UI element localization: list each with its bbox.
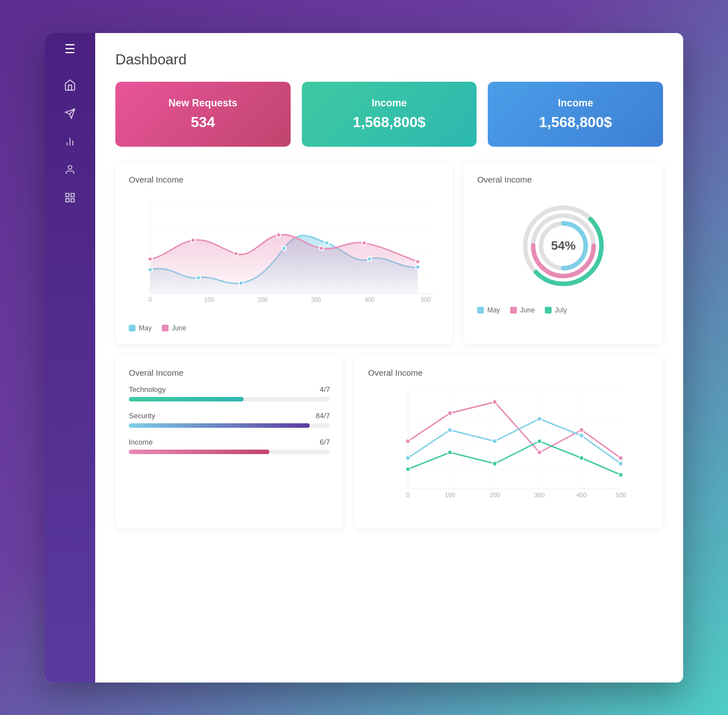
stat-card-new-requests[interactable]: New Requests 534 [115,82,291,147]
svg-point-56 [580,428,584,432]
donut-legend-june-dot [510,307,517,314]
svg-point-18 [239,281,244,285]
area-chart-card: Overal Income [115,162,452,344]
svg-point-21 [367,256,372,261]
bar-item-technology: Technology 4/7 [129,385,330,401]
svg-point-58 [406,456,410,460]
sidebar-item-send[interactable] [64,108,76,119]
svg-point-20 [325,241,329,245]
svg-point-66 [493,461,497,466]
svg-text:100: 100 [204,296,214,302]
donut-legend-may-label: May [487,306,500,314]
bar-value-income: 6/7 [320,438,330,446]
svg-rect-9 [71,198,74,202]
svg-point-25 [234,251,238,256]
donut-legend-july-label: July [555,306,567,314]
svg-point-59 [448,428,452,432]
svg-point-17 [196,275,200,280]
svg-point-23 [148,256,152,261]
menu-icon[interactable]: ☰ [64,42,76,57]
svg-text:200: 200 [258,296,268,302]
svg-point-52 [406,439,410,443]
bar-label-income: Income [129,438,153,446]
svg-point-64 [406,467,410,471]
legend-june: June [162,324,186,332]
bar-fill-security [129,423,310,428]
bar-value-security: 84/7 [316,412,330,420]
legend-june-dot [162,325,169,331]
svg-text:500: 500 [615,492,626,498]
svg-point-53 [448,411,452,415]
svg-text:400: 400 [365,296,375,302]
svg-rect-7 [71,193,74,197]
legend-may-dot [129,325,136,331]
area-chart-svg: 0 100 200 300 400 500 [129,192,439,315]
svg-rect-6 [66,193,69,197]
legend-june-label: June [172,324,186,332]
svg-text:300: 300 [311,296,321,302]
bottom-row: Overal Income Technology 4/7 Security 84… [115,356,663,529]
bar-value-technology: 4/7 [320,385,330,394]
donut-chart-title: Overal Income [477,175,650,184]
donut-legend-may-dot [477,307,484,314]
svg-point-24 [191,238,195,242]
svg-point-67 [538,439,542,443]
stat-card-label-requests: New Requests [169,97,237,109]
svg-text:300: 300 [534,492,544,498]
donut-legend-july-dot [545,307,552,314]
svg-rect-8 [66,198,69,202]
svg-point-28 [362,241,367,245]
stat-card-label-income-teal: Income [371,97,407,109]
stat-card-income-teal[interactable]: Income 1,568,800$ [302,82,477,147]
svg-text:500: 500 [421,296,431,302]
bar-header-technology: Technology 4/7 [129,385,330,394]
bar-chart-card: Overal Income Technology 4/7 Security 84… [115,356,343,529]
sidebar-nav [64,79,76,203]
sidebar-item-user[interactable] [64,164,76,175]
stat-card-label-income-blue: Income [558,97,593,109]
bar-item-income: Income 6/7 [129,438,330,454]
svg-text:0: 0 [407,492,410,498]
svg-point-68 [580,456,584,460]
svg-point-62 [580,433,584,438]
sidebar: ☰ [45,33,95,683]
line-chart-card: Overal Income [354,356,663,529]
donut-legend-july: July [545,306,567,314]
area-chart-legend: May June [129,324,439,332]
svg-text:0: 0 [148,296,152,302]
line-chart-svg: 0 100 200 300 400 500 [368,385,650,514]
bar-fill-income [129,450,269,454]
donut-legend-may: May [477,306,500,314]
svg-point-54 [493,400,497,404]
svg-point-19 [282,246,286,250]
donut-chart-card: Overal Income [464,162,663,344]
sidebar-item-grid[interactable] [64,192,76,203]
bar-header-income: Income 6/7 [129,438,330,446]
area-chart-title: Overal Income [129,175,439,184]
svg-point-16 [148,267,152,272]
stat-card-value-income-teal: 1,568,800$ [353,114,426,131]
stat-card-income-blue[interactable]: Income 1,568,800$ [488,82,663,147]
bar-track-income [129,450,330,454]
sidebar-item-chart[interactable] [64,136,76,147]
svg-text:400: 400 [576,492,586,498]
donut-label: 54% [551,239,576,253]
sidebar-item-home[interactable] [64,79,76,91]
stat-card-value-requests: 534 [191,114,215,131]
bar-label-technology: Technology [129,385,166,394]
svg-text:200: 200 [489,492,500,498]
bar-label-security: Security [129,412,155,420]
bar-header-security: Security 84/7 [129,412,330,420]
page-title: Dashboard [115,51,663,68]
legend-may: May [129,324,152,332]
bar-chart-title: Overal Income [129,368,330,377]
bar-item-security: Security 84/7 [129,412,330,428]
svg-point-29 [416,259,420,264]
outer-card: ☰ [45,33,683,683]
svg-point-5 [68,165,72,169]
donut-wrapper: 54% [519,201,608,291]
svg-point-61 [538,417,542,421]
svg-text:100: 100 [445,492,455,498]
chart-row-1: Overal Income [115,162,663,344]
svg-point-63 [619,461,623,466]
